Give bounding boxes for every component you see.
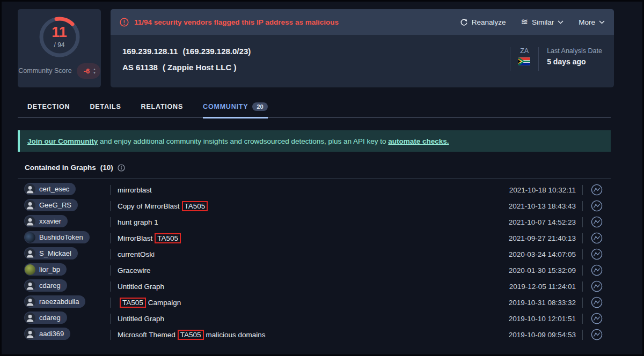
avatar [25,248,35,259]
open-graph-icon[interactable] [591,248,603,260]
avatar [25,200,35,211]
user-chip[interactable]: lior_bp [24,263,67,276]
join-community-banner: Join our Community and enjoy additional … [18,130,611,152]
avatar [25,329,35,339]
person-icon [25,184,35,195]
username: BushidoToken [39,233,83,241]
open-graph-icon[interactable] [591,280,603,292]
graph-name[interactable]: Untitled Graph [111,283,509,291]
refresh-icon [460,18,468,26]
user-chip[interactable]: GeeG_RS [24,199,78,211]
info-icon[interactable] [118,164,125,172]
last-analysis-block: Last Analysis Date 5 days ago [547,47,602,66]
tab-community[interactable]: COMMUNITY 20 [203,102,268,118]
as-org: ( Zappie Host LLC ) [163,63,237,72]
graph-name-text: Untitled Graph [118,283,164,291]
chevron-down-icon [599,20,605,24]
open-graph-icon[interactable] [591,296,603,308]
similar-button[interactable]: ≋ Similar [521,18,564,26]
za-flag-icon [518,57,530,65]
last-analysis-value: 5 days ago [547,57,602,66]
open-graph-icon[interactable] [591,184,603,196]
graph-name-text: Campaign [148,299,181,307]
graph-name[interactable]: MirrorBlast TA505 [111,233,509,243]
alert-text: 11/94 security vendors flagged this IP a… [134,18,339,26]
more-button[interactable]: More [579,18,605,26]
vote-stepper-icon[interactable]: ▴▾ [93,68,96,75]
graph-row: cdareg Untitled Graph 2019-10-10 12:01:5… [18,310,611,327]
username: GeeG_RS [39,201,71,209]
tab-details[interactable]: DETAILS [90,102,121,118]
graph-name[interactable]: mirrorblast [111,186,509,194]
graph-date: 2019-10-09 09:54:53 [509,331,582,339]
graph-name-text: Gracewire [118,266,151,275]
community-score-card: 11 / 94 Community Score -6 ▴▾ [18,9,101,87]
graph-name[interactable]: hunt graph 1 [111,218,509,226]
person-icon [25,200,35,211]
user-chip[interactable]: S_Mickael [24,247,78,259]
graph-date: 2020-01-30 15:32:09 [509,266,582,275]
community-score-voter[interactable]: -6 ▴▾ [77,63,100,79]
graph-date: 2019-10-31 08:33:32 [509,299,582,307]
open-graph-icon[interactable] [591,264,603,276]
open-graph-icon[interactable] [591,232,603,244]
user-chip[interactable]: xxavier [24,215,68,227]
graph-name[interactable]: currentOski [111,250,509,258]
user-chip[interactable]: cdareg [24,279,67,292]
graphs-title: Contained in Graphs [25,164,96,172]
country-block: ZA [518,47,530,65]
open-graph-icon[interactable] [591,329,603,340]
avatar [25,296,35,307]
community-score-label: Community Score [18,66,71,75]
person-icon [25,248,35,259]
user-chip[interactable]: cdareg [24,312,67,324]
ta505-highlight-box: TA505 [182,201,208,211]
graph-row: cdareg Untitled Graph 2019-12-05 11:24:0… [18,278,611,294]
open-graph-icon[interactable] [591,313,603,324]
ta505-highlight-box: TA505 [120,298,146,308]
graph-name[interactable]: TA505 Campaign [111,298,509,308]
avatar [25,184,35,195]
ip-summary-card: 11/94 security vendors flagged this IP a… [111,9,614,87]
graph-date: 2019-10-10 12:01:51 [509,315,582,323]
reanalyze-button[interactable]: Reanalyze [460,18,506,26]
user-chip[interactable]: raeezabdulla [24,295,85,308]
virustotal-ip-report-page: 11 / 94 Community Score -6 ▴▾ 11/94 secu… [0,0,644,356]
divider [510,47,510,71]
graph-rows: cert_esec mirrorblast 2021-10-18 10:32:1… [18,182,611,343]
user-chip[interactable]: BushidoToken [24,231,90,243]
graph-name-text: Untitled Graph [118,315,164,323]
ip-identity-block: 169.239.128.11(169.239.128.0/23) AS 6113… [122,47,251,72]
username: S_Mickael [39,249,71,257]
tab-detection[interactable]: DETECTION [27,102,70,118]
ip-cidr: (169.239.128.0/23) [182,47,251,56]
graph-name-text: MirrorBlast [118,234,152,242]
chevron-down-icon [558,20,564,24]
banner-text: and enjoy additional community insights … [98,137,388,145]
graphs-count: (10) [100,164,113,172]
user-chip[interactable]: aadi369 [24,328,70,340]
open-graph-icon[interactable] [591,216,603,228]
graph-date: 2021-10-07 14:52:23 [509,218,582,226]
graph-row: S_Mickael currentOski 2020-03-24 14:07:0… [18,246,611,262]
tab-label: COMMUNITY [203,103,248,110]
tab-label: DETECTION [27,103,70,110]
graph-name[interactable]: Untitled Graph [111,315,509,323]
open-graph-icon[interactable] [591,200,603,212]
graph-name[interactable]: Microsoft Themed TA505 malicious domains [111,330,509,340]
tab-relations[interactable]: RELATIONS [141,102,184,118]
username: aadi369 [39,330,64,338]
graph-date: 2020-03-24 14:07:05 [509,250,582,258]
user-chip[interactable]: cert_esec [24,183,76,195]
graph-date: 2021-10-13 18:43:43 [509,202,582,210]
warning-icon [120,18,129,27]
graph-name[interactable]: Gracewire [111,266,509,275]
more-label: More [579,18,595,26]
graph-name[interactable]: Copy of MirrorBlast TA505 [111,201,509,211]
divider [538,47,539,71]
automate-checks-link[interactable]: automate checks. [388,137,449,145]
join-community-link[interactable]: Join our Community [27,137,98,145]
graph-name-text: hunt graph 1 [118,218,158,226]
as-line: AS 61138( Zappie Host LLC ) [122,63,251,72]
person-icon [25,313,35,323]
